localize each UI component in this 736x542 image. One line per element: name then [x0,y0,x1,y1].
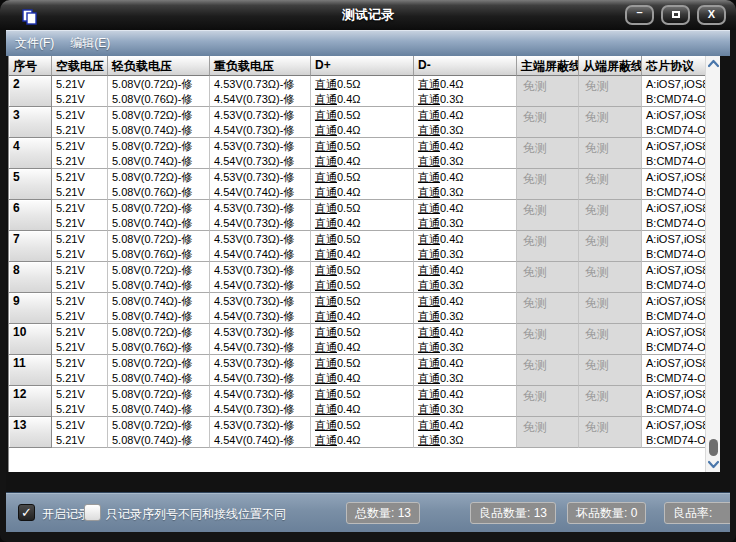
data-cell: 5.21V5.21V [52,231,108,262]
slave-shield-cell: 免测 [579,231,642,262]
yield-rate-badge: 良品率: [664,502,730,524]
master-shield-cell: 免测 [517,76,579,107]
master-shield-cell: 免测 [517,293,579,324]
column-header-4[interactable]: D+ [311,56,414,76]
cell-line: 5.21V [52,355,107,370]
column-header-0[interactable]: 序号 [9,56,52,76]
protocol-cell: A:iOS7,iOS8B:CMD74-OI [642,355,706,386]
column-header-7[interactable]: 从端屏蔽线 [579,56,642,76]
cell-line: 直通0.3Ω [414,246,516,261]
cell-line: 4.54V(0.73Ω)-修 [210,277,310,292]
table-row: 25.21V5.21V5.08V(0.72Ω)-修5.08V(0.76Ω)-修4… [9,76,706,107]
chevron-up-icon[interactable] [708,59,719,68]
close-button[interactable]: X [697,5,726,25]
filter-record-checkbox[interactable] [84,504,101,521]
column-header-6[interactable]: 主端屏蔽线 [517,56,579,76]
row-number[interactable]: 5 [9,169,52,200]
data-cell: 直通0.5Ω直通0.4Ω [311,386,414,417]
cell-line: 5.21V [52,293,107,308]
table-body: 25.21V5.21V5.08V(0.72Ω)-修5.08V(0.76Ω)-修4… [9,76,706,448]
cell-line: 4.54V(0.73Ω)-修 [210,91,310,106]
row-number[interactable]: 11 [9,355,52,386]
cell-line: 4.53V(0.73Ω)-修 [210,355,310,370]
data-cell: 直通0.4Ω直通0.3Ω [414,324,517,355]
protocol-line: A:iOS7,iOS8 [642,386,705,401]
protocol-line: B:CMD74-OI [642,370,705,385]
cell-line: 直通0.5Ω [311,277,413,292]
row-number[interactable]: 13 [9,417,52,448]
cell-line: 4.54V(0.73Ω)-修 [210,339,310,354]
data-cell: 直通0.5Ω直通0.4Ω [311,231,414,262]
row-number[interactable]: 9 [9,293,52,324]
protocol-line: A:iOS7,iOS8 [642,417,705,432]
table-row: 85.21V5.21V5.08V(0.72Ω)-修5.08V(0.74Ω)-修4… [9,262,706,293]
chevron-down-icon[interactable] [708,460,719,469]
cell-line: 5.08V(0.72Ω)-修 [108,417,209,432]
protocol-cell: A:iOS7,iOS8B:CMD74-OI [642,76,706,107]
row-number[interactable]: 2 [9,76,52,107]
row-number[interactable]: 6 [9,200,52,231]
vertical-scrollbar[interactable] [705,56,720,472]
cell-line: 5.21V [52,184,107,199]
data-cell: 4.53V(0.73Ω)-修4.54V(0.73Ω)-修 [210,262,311,293]
row-number[interactable]: 8 [9,262,52,293]
protocol-line: A:iOS7,iOS8 [642,324,705,339]
row-number[interactable]: 7 [9,231,52,262]
cell-line: 5.21V [52,324,107,339]
data-cell: 5.08V(0.72Ω)-修5.08V(0.74Ω)-修 [108,417,210,448]
column-header-8[interactable]: 芯片协议 [642,56,706,76]
data-cell: 直通0.5Ω直通0.4Ω [311,355,414,386]
cell-line: 直通0.3Ω [414,370,516,385]
cell-line: 4.53V(0.73Ω)-修 [210,138,310,153]
data-cell: 4.53V(0.73Ω)-修4.54V(0.74Ω)-修 [210,231,311,262]
cell-line: 直通0.4Ω [414,107,516,122]
bad-count-value: 0 [631,506,638,520]
cell-line: 5.21V [52,386,107,401]
cell-line: 5.08V(0.74Ω)-修 [108,122,209,137]
cell-line: 直通0.3Ω [414,122,516,137]
row-number[interactable]: 10 [9,324,52,355]
cell-line: 5.21V [52,138,107,153]
cell-line: 直通0.4Ω [414,76,516,91]
column-header-5[interactable]: D- [414,56,517,76]
data-cell: 5.08V(0.72Ω)-修5.08V(0.74Ω)-修 [108,138,210,169]
good-count-label: 良品数量: [479,506,530,520]
title-bar[interactable]: 测试记录 – X [0,0,736,30]
table-row: 105.21V5.21V5.08V(0.72Ω)-修5.08V(0.76Ω)-修… [9,324,706,355]
menu-file[interactable]: 文件(F) [15,35,54,52]
row-number[interactable]: 3 [9,107,52,138]
column-header-1[interactable]: 空载电压 [52,56,108,76]
cell-line: 直通0.3Ω [414,91,516,106]
data-cell: 直通0.5Ω直通0.4Ω [311,200,414,231]
protocol-line: A:iOS7,iOS8 [642,169,705,184]
protocol-cell: A:iOS7,iOS8B:CMD74-OI [642,138,706,169]
menu-edit[interactable]: 编辑(E) [70,35,110,52]
protocol-line: A:iOS7,iOS8 [642,76,705,91]
cell-line: 直通0.4Ω [311,122,413,137]
table-row: 45.21V5.21V5.08V(0.72Ω)-修5.08V(0.74Ω)-修4… [9,138,706,169]
vertical-scroll-thumb[interactable] [709,439,718,456]
master-shield-cell: 免测 [517,417,579,448]
enable-record-checkbox[interactable]: ✓ [18,504,35,521]
data-cell: 5.08V(0.72Ω)-修5.08V(0.74Ω)-修 [108,262,210,293]
protocol-line: B:CMD74-OI [642,277,705,292]
data-cell: 4.54V(0.73Ω)-修4.54V(0.73Ω)-修 [210,386,311,417]
maximize-button[interactable] [661,5,690,25]
row-number[interactable]: 4 [9,138,52,169]
column-header-3[interactable]: 重负载电压 [210,56,311,76]
minimize-button[interactable]: – [625,5,654,25]
protocol-line: B:CMD74-OI [642,184,705,199]
cell-line: 5.08V(0.74Ω)-修 [108,293,209,308]
row-number[interactable]: 12 [9,386,52,417]
cell-line: 4.54V(0.73Ω)-修 [210,308,310,323]
menu-bar: 文件(F) 编辑(E) [6,30,730,56]
cell-line: 直通0.5Ω [311,200,413,215]
good-count-value: 13 [534,506,547,520]
column-header-2[interactable]: 轻负载电压 [108,56,210,76]
table-header-row: 序号空载电压轻负载电压重负载电压D+D-主端屏蔽线从端屏蔽线芯片协议 [9,56,706,76]
cell-line: 直通0.4Ω [414,231,516,246]
cell-line: 4.53V(0.73Ω)-修 [210,324,310,339]
cell-line: 直通0.5Ω [311,169,413,184]
protocol-cell: A:iOS7,iOS8B:CMD74-OI [642,200,706,231]
data-cell: 5.08V(0.72Ω)-修5.08V(0.74Ω)-修 [108,107,210,138]
